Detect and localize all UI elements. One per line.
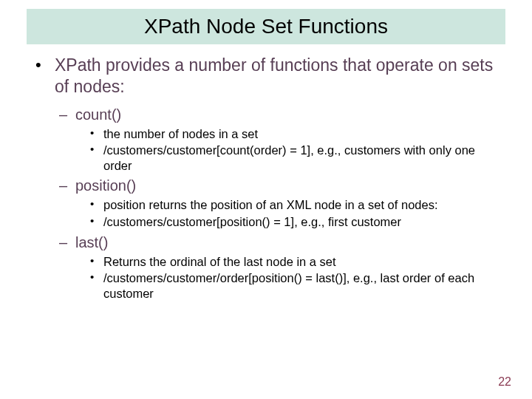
slide-title: XPath Node Set Functions: [144, 15, 388, 38]
page-number: 22: [498, 375, 511, 389]
function-name: last(): [75, 234, 108, 250]
function-point: Returns the ordinal of the last node in …: [89, 254, 502, 270]
bullet-list-level3: Returns the ordinal of the last node in …: [89, 254, 502, 301]
function-point: /customers/customer[count(order) = 1], e…: [89, 143, 502, 173]
function-item-position: position() position returns the position…: [58, 176, 502, 229]
bullet-list-level2: count() the number of nodes in a set /cu…: [58, 105, 502, 301]
function-point: /customers/customer/order[position() = l…: [89, 270, 502, 301]
function-point: the number of nodes in a set: [89, 126, 502, 142]
slide-title-band: XPath Node Set Functions: [27, 9, 505, 44]
function-name: count(): [75, 106, 121, 123]
bullet-list-level3: position returns the position of an XML …: [89, 197, 502, 229]
intro-text: XPath provides a number of functions tha…: [55, 55, 493, 96]
function-item-last: last() Returns the ordinal of the last n…: [58, 233, 502, 301]
function-point: position returns the position of an XML …: [89, 197, 502, 213]
function-item-count: count() the number of nodes in a set /cu…: [58, 105, 502, 174]
intro-bullet: XPath provides a number of functions tha…: [30, 55, 502, 301]
bullet-list-level1: XPath provides a number of functions tha…: [30, 55, 502, 301]
function-point: /customers/customer[position() = 1], e.g…: [89, 214, 502, 230]
bullet-list-level3: the number of nodes in a set /customers/…: [89, 126, 502, 174]
function-name: position(): [75, 177, 136, 194]
